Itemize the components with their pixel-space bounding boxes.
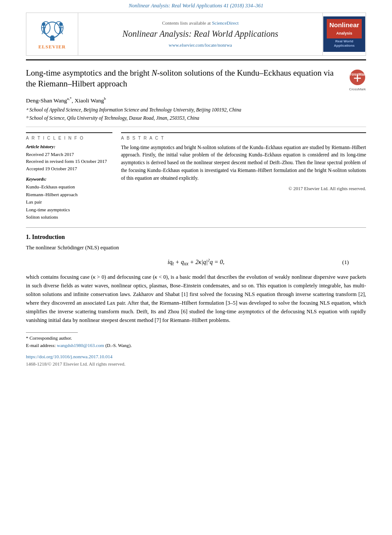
paper-title: Long-time asymptotics and the bright N-s… xyxy=(26,67,349,89)
crossmark-logo: CrossMark CrossMark xyxy=(349,69,366,91)
received-date: Received 27 March 2017 xyxy=(26,151,112,158)
footnote-rule xyxy=(26,332,78,333)
authors-section: Deng-Shan Wanga,*, Xiaoli Wangb xyxy=(26,96,366,104)
footnote-section: * Corresponding author. E-mail address: … xyxy=(26,334,366,349)
svg-point-1 xyxy=(45,22,60,38)
accepted-date: Accepted 19 October 2017 xyxy=(26,165,112,172)
doi-link[interactable]: https://doi.org/10.1016/j.nonrwa.2017.10… xyxy=(26,354,112,359)
history-heading: Article history: xyxy=(26,144,112,149)
affiliations-section: ᵃ School of Applied Science, Beijing Inf… xyxy=(26,106,366,122)
section-divider-2 xyxy=(26,227,366,228)
journal-header-box: ELSEVIER Contents lists available at Sci… xyxy=(26,13,366,56)
two-col-section: A R T I C L E I N F O Article history: R… xyxy=(26,132,366,221)
crossmark-icon: CrossMark xyxy=(349,69,366,86)
citation-text: Nonlinear Analysis: Real World Applicati… xyxy=(129,3,263,9)
abstract-heading: A B S T R A C T xyxy=(121,136,366,140)
abstract-col: A B S T R A C T The long-time asymptotic… xyxy=(121,132,366,221)
intro-paragraph-1: The nonlinear Schrödinger (NLS) equation xyxy=(26,243,366,252)
header-center-section: Contents lists available at ScienceDirec… xyxy=(78,13,322,55)
svg-point-5 xyxy=(42,22,45,26)
journal-title-header: Nonlinear Analysis: Real World Applicati… xyxy=(122,29,278,39)
keywords-heading: Keywords: xyxy=(26,176,112,182)
email-link[interactable]: wangdsh1980@163.com xyxy=(57,343,104,348)
abstract-text: The long-time asymptotics and bright N-s… xyxy=(121,144,366,182)
thick-divider xyxy=(26,59,366,61)
keyword-1: Kundu–Eckhaus equation xyxy=(26,183,112,191)
sciencedirect-link[interactable]: ScienceDirect xyxy=(212,20,239,25)
footnote-star: * Corresponding author. xyxy=(26,334,366,342)
keyword-5: Soliton solutions xyxy=(26,213,112,221)
keyword-2: Riemann–Hilbert approach xyxy=(26,191,112,199)
nl-logo-section: Nonlinear Analysis Real World Applicatio… xyxy=(322,13,366,55)
article-info-col: A R T I C L E I N F O Article history: R… xyxy=(26,132,112,221)
affiliation-b: ᵇ School of Science, Qilu University of … xyxy=(26,115,366,122)
bottom-links: https://doi.org/10.1016/j.nonrwa.2017.10… xyxy=(26,353,366,366)
elsevier-label: ELSEVIER xyxy=(38,44,66,49)
equation-1-block: iqt + qxx + 2κ|q|2q = 0, (1) xyxy=(26,258,366,267)
journal-citation-top: Nonlinear Analysis: Real World Applicati… xyxy=(0,0,392,11)
email-suffix: (D.-S. Wang). xyxy=(105,343,132,348)
introduction-section: 1. Introduction The nonlinear Schrödinge… xyxy=(26,234,366,325)
elsevier-tree-icon xyxy=(37,19,67,43)
equation-1-number: (1) xyxy=(342,259,349,266)
intro-paragraph-2: which contains focusing case (κ > 0) and… xyxy=(26,273,366,325)
paper-title-section: Long-time asymptotics and the bright N-s… xyxy=(26,67,366,91)
copyright-line: © 2017 Elsevier Ltd. All rights reserved… xyxy=(121,186,366,191)
section-number: 1. Introduction xyxy=(26,234,366,241)
elsevier-logo-section: ELSEVIER xyxy=(26,13,78,55)
footnote-email-line: E-mail address: wangdsh1980@163.com (D.-… xyxy=(26,342,366,349)
svg-point-10 xyxy=(59,22,63,26)
issn-line: 1468-1218/© 2017 Elsevier Ltd. All right… xyxy=(26,361,366,366)
keyword-4: Long-time asymptotics xyxy=(26,206,112,214)
contents-available-text: Contents lists available at ScienceDirec… xyxy=(162,20,239,25)
revised-date: Received in revised form 15 October 2017 xyxy=(26,158,112,165)
article-info-heading: A R T I C L E I N F O xyxy=(26,136,112,140)
equation-1-content: iqt + qxx + 2κ|q|2q = 0, xyxy=(168,258,224,267)
email-label: E-mail address: xyxy=(26,343,56,348)
journal-url: www.elsevier.com/locate/nonrwa xyxy=(169,42,232,48)
section-divider-1 xyxy=(26,127,366,127)
keyword-3: Lax pair xyxy=(26,198,112,206)
affiliation-a: ᵃ School of Applied Science, Beijing Inf… xyxy=(26,106,366,114)
svg-rect-4 xyxy=(51,35,54,41)
